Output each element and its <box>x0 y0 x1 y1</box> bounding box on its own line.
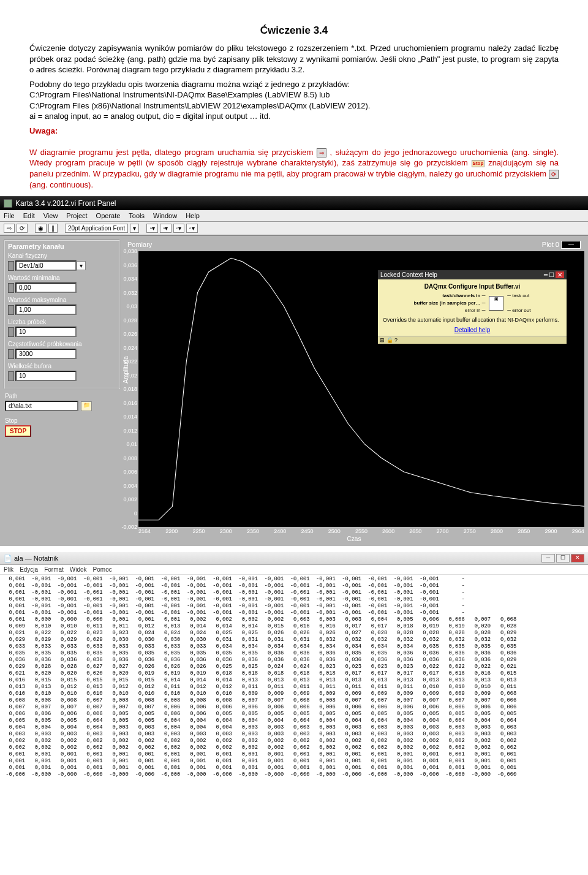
samples-input[interactable]: 10 <box>15 327 77 337</box>
align-button[interactable]: ▫▾ <box>146 224 158 233</box>
context-help-window[interactable]: Locked Context Help ━ ☐ ✕ DAQmx Configur… <box>377 270 567 344</box>
notepad-content[interactable]: 0,001 -0,001 -0,001 -0,001 -0,001 -0,001… <box>0 575 588 779</box>
channel-input[interactable]: Dev1/ai0 <box>15 260 77 271</box>
plot-area[interactable]: Locked Context Help ━ ☐ ✕ DAQmx Configur… <box>138 251 584 527</box>
menu-item[interactable]: Window <box>153 212 177 219</box>
params-group: Parametry kanału Kanał fizyczny Dev1/ai0… <box>4 240 120 389</box>
menu-item[interactable]: Edit <box>23 212 35 219</box>
channel-dropdown[interactable]: ▾ <box>77 261 86 270</box>
app-icon <box>4 199 12 208</box>
plot-color-swatch[interactable]: 〰 <box>561 241 581 249</box>
stop-icon-inline: Stop <box>472 160 485 168</box>
note-heading: Uwaga: <box>29 126 58 135</box>
menu-item[interactable]: File <box>4 212 15 219</box>
note-section: Uwaga: W diagramie programu jest pętla, … <box>29 126 559 190</box>
document-body: Ćwiczenie 3.4 Ćwiczenie dotyczy zapisywa… <box>0 0 588 196</box>
resize-button[interactable]: ▫▾ <box>173 224 185 233</box>
y-axis-ticks: -0,00200,0020,0040,0060,0080,010,0120,01… <box>124 251 138 530</box>
run-continuous-button[interactable]: ⟳ <box>17 224 28 233</box>
run-button[interactable]: ⇨ <box>4 224 15 233</box>
ctx-vi-title: DAQmx Configure Input Buffer.vi <box>383 283 562 290</box>
ctx-connector-pane: task/channels in ─ buffer size (in sampl… <box>383 292 562 314</box>
x-axis-label: Czas <box>124 536 584 542</box>
front-panel: Parametry kanału Kanał fizyczny Dev1/ai0… <box>0 236 588 546</box>
plot-legend[interactable]: Plot 0 <box>542 241 559 248</box>
buffer-input[interactable]: 10 <box>15 371 77 381</box>
ctx-help-title: Locked Context Help <box>380 271 437 278</box>
menu-item[interactable]: Pomoc <box>93 566 112 573</box>
maximize-icon[interactable]: ☐ <box>549 271 554 278</box>
para-2: Podobny do tego przykładu opis tworzenia… <box>29 79 559 122</box>
close-icon[interactable]: ✕ <box>556 271 564 278</box>
np-close-icon[interactable]: ✕ <box>571 554 584 562</box>
menu-item[interactable]: Operate <box>96 212 121 219</box>
stop-button[interactable]: STOP <box>5 425 31 437</box>
min-input[interactable]: 0,00 <box>15 282 77 293</box>
params-title: Parametry kanału <box>8 243 116 250</box>
menu-item[interactable]: Format <box>44 566 64 573</box>
font-dropdown[interactable]: ▾ <box>130 224 139 233</box>
font-selector[interactable]: 20pt Application Font <box>65 224 128 233</box>
pause-button[interactable]: ∥ <box>48 224 58 233</box>
reorder-button[interactable]: ▫▾ <box>186 224 198 233</box>
np-minimize-icon[interactable]: ─ <box>541 554 555 562</box>
params-panel: Parametry kanału Kanał fizyczny Dev1/ai0… <box>4 240 120 542</box>
menu-item[interactable]: Widok <box>70 566 87 573</box>
exercise-title: Ćwiczenie 3.4 <box>29 25 559 37</box>
np-maximize-icon[interactable]: ☐ <box>556 554 570 562</box>
continuous-run-icon: ⟳ <box>549 170 559 180</box>
ctx-footer[interactable]: ⊞ 🔒 ? <box>378 336 567 344</box>
browse-icon[interactable]: 📁 <box>81 401 92 411</box>
labview-window: Karta 3.4 v.2012.vi Front Panel FileEdit… <box>0 196 588 546</box>
path-input[interactable]: d:\ala.txt <box>5 401 78 411</box>
menu-item[interactable]: Edycja <box>20 566 38 573</box>
spinner-icon[interactable] <box>8 261 14 271</box>
labview-titlebar[interactable]: Karta 3.4 v.2012.vi Front Panel <box>0 197 588 210</box>
detailed-help-link[interactable]: Detailed help <box>383 327 562 333</box>
labview-toolbar[interactable]: ⇨ ⟳ ◉ ∥ 20pt Application Font ▾ ▫▾ ▫▾ ▫▾… <box>0 222 588 236</box>
chart-panel: Pomiary Plot 0 〰 Amplituda Locked Contex… <box>124 240 584 542</box>
menu-item[interactable]: Project <box>66 212 87 219</box>
freq-input[interactable]: 3000 <box>15 349 77 359</box>
max-input[interactable]: 1,00 <box>15 305 77 315</box>
labview-menubar[interactable]: FileEditViewProjectOperateToolsWindowHel… <box>0 210 588 222</box>
minimize-icon[interactable]: ━ <box>544 271 548 278</box>
notepad-icon: 📄 <box>4 555 12 562</box>
notepad-titlebar[interactable]: 📄 ala — Notatnik ─ ☐ ✕ <box>0 552 588 565</box>
menu-item[interactable]: Tools <box>129 212 145 219</box>
menu-item[interactable]: Help <box>186 212 200 219</box>
distribute-button[interactable]: ▫▾ <box>160 224 172 233</box>
menu-item[interactable]: Plik <box>4 566 13 573</box>
abort-button[interactable]: ◉ <box>35 224 47 233</box>
notepad-window: 📄 ala — Notatnik ─ ☐ ✕ PlikEdycjaFormatW… <box>0 552 588 779</box>
run-arrow-icon: ⇒ <box>317 148 326 158</box>
window-title: Karta 3.4 v.2012.vi Front Panel <box>15 199 116 208</box>
x-axis-ticks: 2164220022502300235024002450250025502600… <box>138 528 584 534</box>
ctx-description: Overrides the automatic input buffer all… <box>383 317 562 323</box>
para-1: Ćwiczenie dotyczy zapisywania wyników po… <box>29 43 559 75</box>
notepad-title: ala — Notatnik <box>14 555 58 562</box>
notepad-menubar[interactable]: PlikEdycjaFormatWidokPomoc <box>0 565 588 575</box>
menu-item[interactable]: View <box>43 212 58 219</box>
